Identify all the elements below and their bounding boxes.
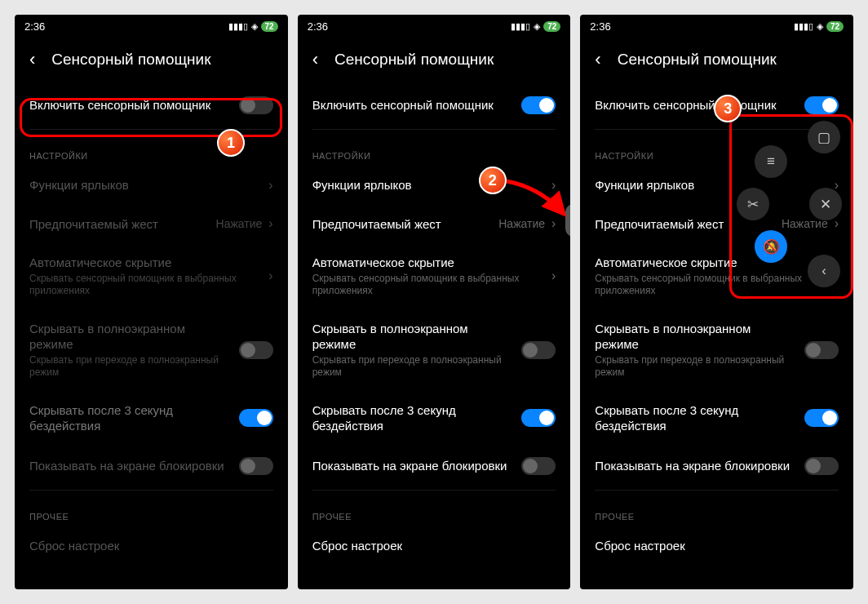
status-icons: ▮▮▮▯ ◈ 72	[794, 21, 844, 32]
quick-ball-close-icon[interactable]: ✕	[809, 188, 842, 220]
quick-ball-back-icon[interactable]: ‹	[808, 255, 840, 287]
other-section-label: Прочее	[29, 494, 273, 526]
wifi-icon: ◈	[251, 21, 258, 32]
quick-ball-screenshot-icon[interactable]: ✂	[737, 188, 769, 220]
fullscreen-hide-row[interactable]: Скрывать в полноэкранном режиме Скрывать…	[312, 309, 556, 391]
page-header: ‹ Сенсорный помощник	[15, 38, 288, 85]
idle-toggle[interactable]	[804, 409, 839, 427]
battery-indicator: 72	[261, 21, 278, 32]
gesture-row[interactable]: Предпочитаемый жест Нажатие›	[29, 205, 273, 244]
quick-ball-menu-icon[interactable]: ≡	[755, 145, 787, 178]
lockscreen-row[interactable]: Показывать на экране блокировки	[595, 446, 839, 486]
reset-row[interactable]: Сброс настроек	[595, 526, 839, 566]
lockscreen-row[interactable]: Показывать на экране блокировки	[312, 446, 556, 486]
quick-ball-mute-icon[interactable]: 🔕	[755, 230, 787, 263]
chevron-icon: ›	[268, 178, 272, 193]
other-section-label: Прочее	[595, 494, 839, 526]
reset-row[interactable]: Сброс настроек	[312, 526, 556, 566]
enable-touch-assistant-row[interactable]: Включить сенсорный помощник	[29, 85, 273, 126]
idle-hide-row[interactable]: Скрывать после 3 секунд бездействия	[595, 391, 839, 446]
fullscreen-hide-row[interactable]: Скрывать в полноэкранном режиме Скрывать…	[29, 309, 273, 391]
back-icon[interactable]: ‹	[595, 49, 600, 70]
status-bar: 2:36 ▮▮▮▯ ◈ 72	[580, 15, 853, 38]
enable-label: Включить сенсорный помощник	[595, 97, 796, 113]
quick-ball-home-icon[interactable]: ▢	[808, 121, 840, 153]
annotation-badge-2: 2	[479, 167, 507, 194]
fullscreen-toggle[interactable]	[521, 341, 556, 359]
battery-indicator: 72	[543, 21, 560, 32]
idle-hide-row[interactable]: Скрывать после 3 секунд бездействия	[312, 391, 556, 446]
page-header: ‹ Сенсорный помощник	[580, 38, 853, 85]
autohide-row[interactable]: Автоматическое скрытие Скрывать сенсорны…	[312, 243, 556, 309]
enable-touch-assistant-row[interactable]: Включить сенсорный помощник	[312, 85, 556, 126]
quick-ball-menu: ▢ ≡ ✂ ✕ 🔕 ‹	[730, 121, 848, 300]
status-bar: 2:36 ▮▮▮▯ ◈ 72	[298, 15, 571, 38]
status-time: 2:36	[308, 20, 328, 33]
status-icons: ▮▮▮▯ ◈ 72	[228, 21, 278, 32]
chevron-icon: ›	[268, 269, 272, 283]
status-icons: ▮▮▮▯ ◈ 72	[511, 21, 560, 32]
lockscreen-toggle[interactable]	[804, 457, 839, 475]
other-section-label: Прочее	[312, 494, 556, 526]
status-bar: 2:36 ▮▮▮▯ ◈ 72	[15, 15, 288, 38]
autohide-row[interactable]: Автоматическое скрытие Скрывать сенсорны…	[29, 243, 273, 309]
enable-toggle[interactable]	[521, 96, 556, 114]
shortcuts-row[interactable]: Функции ярлыков ›	[29, 166, 273, 205]
lockscreen-toggle[interactable]	[521, 457, 556, 475]
enable-label: Включить сенсорный помощник	[29, 97, 231, 113]
signal-icon: ▮▮▮▯	[228, 21, 248, 32]
page-header: ‹ Сенсорный помощник	[298, 38, 571, 85]
fullscreen-toggle[interactable]	[804, 341, 839, 359]
page-title: Сенсорный помощник	[51, 51, 210, 69]
reset-row[interactable]: Сброс настроек	[29, 526, 273, 566]
idle-toggle[interactable]	[239, 409, 273, 427]
status-time: 2:36	[24, 20, 45, 33]
idle-toggle[interactable]	[521, 409, 556, 427]
chevron-icon: ›	[268, 216, 272, 231]
phone-screenshot-1: 2:36 ▮▮▮▯ ◈ 72 ‹ Сенсорный помощник Вклю…	[15, 15, 288, 589]
fullscreen-hide-row[interactable]: Скрывать в полноэкранном режиме Скрывать…	[595, 309, 839, 391]
signal-icon: ▮▮▮▯	[794, 21, 813, 32]
lockscreen-toggle[interactable]	[239, 457, 273, 475]
wifi-icon: ◈	[534, 21, 540, 32]
back-icon[interactable]: ‹	[29, 49, 35, 70]
enable-label: Включить сенсорный помощник	[312, 97, 514, 113]
signal-icon: ▮▮▮▯	[511, 21, 530, 32]
annotation-arrow	[500, 171, 571, 229]
phone-screenshot-3: 2:36 ▮▮▮▯ ◈ 72 ‹ Сенсорный помощник Вклю…	[580, 15, 853, 589]
battery-indicator: 72	[826, 21, 844, 32]
chevron-icon: ›	[551, 269, 556, 283]
fullscreen-toggle[interactable]	[239, 341, 273, 359]
page-title: Сенсорный помощник	[618, 51, 777, 69]
page-title: Сенсорный помощник	[334, 51, 494, 69]
settings-section-label: Настройки	[312, 133, 556, 166]
enable-toggle[interactable]	[239, 96, 273, 114]
back-icon[interactable]: ‹	[312, 49, 318, 70]
lockscreen-row[interactable]: Показывать на экране блокировки	[29, 446, 273, 486]
wifi-icon: ◈	[817, 21, 823, 32]
status-time: 2:36	[590, 20, 610, 33]
enable-toggle[interactable]	[804, 96, 839, 114]
phone-screenshot-2: 2:36 ▮▮▮▯ ◈ 72 ‹ Сенсорный помощник Вклю…	[298, 15, 571, 589]
idle-hide-row[interactable]: Скрывать после 3 секунд бездействия	[29, 391, 273, 446]
annotation-badge-1: 1	[217, 129, 245, 157]
